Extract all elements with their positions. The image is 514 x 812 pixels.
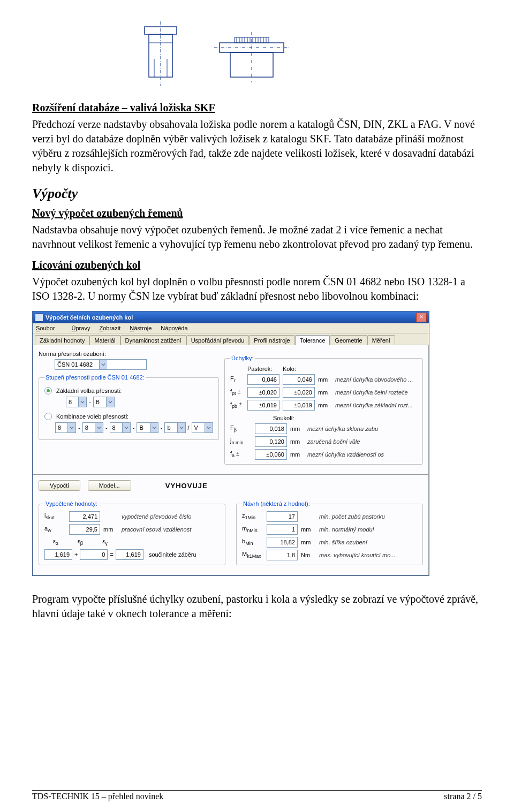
combo-c5[interactable]: V [192,422,213,433]
sym-mnmin: mnMin [242,525,263,533]
menu-napoveda[interactable]: Nápověda [161,325,187,331]
sym-fpt: fpt ± [230,388,244,396]
tab-usporadani[interactable]: Uspořádání převodu [186,335,250,345]
model-button[interactable]: Model... [88,480,131,491]
fieldset-vypoctene: Vypočtené hodnoty: iskut 2,471 vypočtené… [39,500,225,565]
hdr-pastorek: Pastorek: [247,366,279,372]
fieldset-stupen: Stupeň přesnosti podle ČSN 01 4682: Zákl… [39,374,219,440]
bottom-panel: Vypočti Model... VYHOVUJE Vypočtené hodn… [33,475,429,575]
sym-jnmin: jn min [230,437,252,445]
val-z1min: 17 [267,511,298,522]
val-fa[interactable]: ±0,060 [255,449,287,460]
sym-fa: fa ± [230,450,252,458]
sym-fpb: fpb ± [230,401,244,409]
heading-remeny: Nový výpočet ozubených řemenů [32,207,482,219]
val-fbeta[interactable]: 0,018 [255,423,287,434]
val-fr-k[interactable]: 0,046 [283,374,315,385]
gear-dialog: Výpočet čelních ozubených kol × Soubor Ú… [32,311,429,576]
val-fr-p[interactable]: 0,046 [247,374,279,385]
combo-c4[interactable]: b [164,422,185,433]
tab-mereni[interactable]: Měření [367,335,395,345]
label-soukoli: Soukolí: [273,415,417,421]
menubar[interactable]: Soubor Úpravy Zobrazit Nástroje Nápověda [33,323,429,333]
chevron-down-icon[interactable] [177,423,185,432]
radio-combo[interactable] [44,413,52,420]
chevron-down-icon[interactable] [99,360,107,369]
drawing-rivet-side [128,21,193,86]
sym-fr: Fr [230,375,244,383]
text-remeny: Nadstavba obsahuje nový výpočet ozubenýc… [32,223,482,252]
val-ea: 1,619 [44,549,72,560]
tab-dynamicnost[interactable]: Dynamičnost zatížení [120,335,186,345]
val-aw: 29,5 [69,524,100,535]
val-fpt-k[interactable]: ±0,020 [283,387,315,398]
val-fpb-k[interactable]: ±0,019 [283,400,315,411]
text-licovani: Výpočet ozubených kol byl doplněn o volb… [32,275,482,303]
val-jnmin[interactable]: 0,120 [255,436,287,447]
chevron-down-icon[interactable] [106,397,114,407]
text-skf: Předchozí verze nadstavby obsahovala lož… [32,117,482,175]
sym-mk1max: Mk1Max [242,551,263,559]
chevron-down-icon[interactable] [205,423,213,432]
val-mk1max: 1,8 [267,550,298,560]
coef-ea: εα [44,538,67,546]
chevron-down-icon[interactable] [95,423,103,432]
val-mnmin: 1 [267,524,298,535]
close-icon[interactable]: × [416,313,427,322]
radio-basic[interactable] [44,387,52,394]
titlebar[interactable]: Výpočet čelních ozubených kol × [33,312,429,323]
chevron-down-icon[interactable] [150,423,158,432]
technical-drawings [128,21,482,86]
combo-c2[interactable]: 8 [110,422,131,433]
val-fpt-p[interactable]: ±0,020 [247,387,279,398]
combo-c1[interactable]: 8 [82,422,103,433]
heading-vypocty: Výpočty [32,186,482,202]
val-eb: 0 [80,549,108,560]
radio-combo-label: Kombinace voleb přesnosti: [56,413,128,420]
tab-row: Základní hodnoty Materiál Dynamičnost za… [33,333,429,345]
val-eg: 1,619 [116,549,143,560]
radio-basic-label: Základní volba přesnosti: [56,388,122,394]
menu-upravy[interactable]: Úpravy [72,325,90,331]
fieldset-uchylky: Úchylky: Pastorek: Kolo: Fr 0,046 0,046 … [224,355,423,465]
combo-basic-a[interactable]: 8 [66,397,87,407]
val-iskut: 2,471 [69,511,100,522]
footer-right: strana 2 / 5 [444,792,482,801]
combo-c0[interactable]: 8 [55,422,76,433]
sym-fbeta: Fβ [230,424,252,432]
heading-skf: Rozšíření databáze – valivá ložiska SKF [32,102,482,114]
tab-material[interactable]: Materiál [89,335,120,345]
chevron-down-icon[interactable] [78,397,86,407]
tab-zakladni[interactable]: Základní hodnoty [35,335,89,345]
norma-label: Norma přesnosti ozubení: [39,351,219,357]
fieldset-navrh: Návrh (některá z hodnot): z1Min 17 min. … [236,500,423,565]
coef-eb: εβ [69,538,92,546]
val-bmin: 18,82 [267,537,298,548]
sym-z1min: z1Min [242,512,263,520]
tab-profil[interactable]: Profil nástroje [249,335,294,345]
sym-bmin: bMin [242,538,263,546]
menu-zobrazit[interactable]: Zobrazit [99,325,120,331]
sym-aw: aw [44,525,66,533]
app-icon [35,313,43,322]
footer-left: TDS-TECHNIK 15 – přehled novinek [32,792,163,801]
val-fpb-p[interactable]: ±0,019 [247,400,279,411]
calc-button[interactable]: Vypočti [39,480,80,491]
tab-geometrie[interactable]: Geometrie [330,335,367,345]
combo-c3[interactable]: B [137,422,158,433]
combo-basic-b[interactable]: B [93,397,115,407]
menu-soubor[interactable]: Soubor [36,325,62,331]
menu-nastroje[interactable]: Nástroje [130,325,152,331]
tab-body: Norma přesnosti ozubení: ČSN 01 4682 Stu… [33,345,429,475]
heading-licovani: Lícování ozubených kol [32,259,482,271]
coef-eg: εγ [94,538,116,546]
text-closing: Program vypočte příslušné úchylky ozuben… [32,592,482,621]
chevron-down-icon[interactable] [122,423,130,432]
chevron-down-icon[interactable] [67,423,75,432]
dialog-title: Výpočet čelních ozubených kol [46,314,416,321]
hdr-kolo: Kolo: [283,366,315,372]
norma-combo[interactable]: ČSN 01 4682 [55,359,147,370]
page-footer: TDS-TECHNIK 15 – přehled novinek strana … [32,790,482,801]
result-label: VYHOVUJE [165,482,208,490]
tab-tolerance[interactable]: Tolerance [295,335,330,345]
